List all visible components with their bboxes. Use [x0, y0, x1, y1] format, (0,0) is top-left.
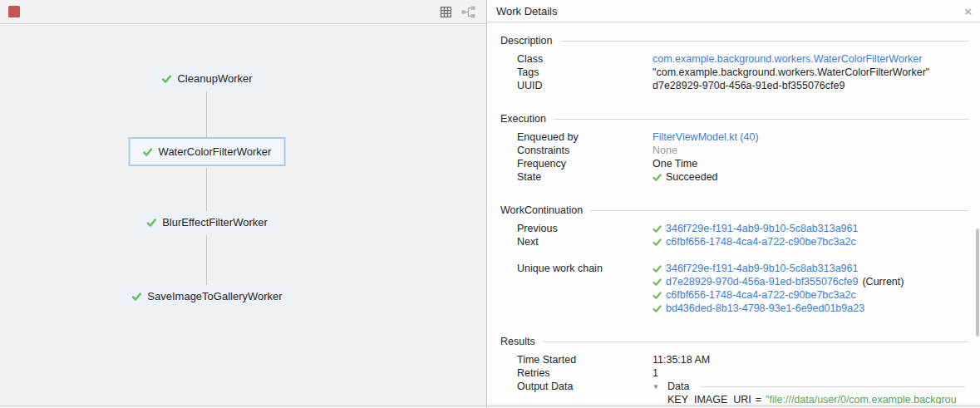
- next-work-link[interactable]: c6fbf656-1748-4ca4-a722-c90be7bc3a2c: [666, 236, 856, 248]
- success-check-icon: [146, 218, 156, 228]
- row-label: Unique work chain: [517, 263, 653, 274]
- graph-view-icon: [461, 6, 475, 18]
- view-toggle-group: [439, 5, 475, 18]
- row-state: State Succeeded: [517, 170, 980, 184]
- success-check-icon: [653, 291, 662, 300]
- chain-work-link[interactable]: 346f729e-f191-4ab9-9b10-5c8ab313a961: [666, 263, 858, 274]
- retries-value: 1: [653, 367, 658, 379]
- graph-toolbar: [0, 0, 486, 23]
- chain-suffix: (Current): [862, 276, 904, 288]
- row-uuid: UUID d7e28929-970d-456a-91ed-bf355076cfe…: [517, 79, 980, 92]
- row-label: Previous: [517, 223, 653, 234]
- row-previous: Previous 346f729e-f191-4ab9-9b10-5c8ab31…: [517, 222, 980, 235]
- row-label: UUID: [517, 80, 653, 91]
- heading-rule: [590, 210, 968, 211]
- panel-header: Work Details ×: [487, 0, 980, 22]
- row-label: State: [517, 171, 653, 183]
- chain-work-link[interactable]: c6fbf656-1748-4ca4-a722-c90be7bc3a2c: [666, 289, 856, 301]
- heading-rule: [560, 41, 968, 42]
- state-value: Succeeded: [666, 171, 718, 183]
- work-graph: CleanupWorker WaterColorFilterWorker Blu…: [0, 23, 486, 406]
- section-heading: Description: [500, 35, 553, 47]
- section-description: Description Class com.example.background…: [500, 34, 980, 92]
- section-heading: WorkContinuation: [500, 204, 583, 216]
- graph-edge: [206, 235, 207, 285]
- uuid-value: d7e28929-970d-456a-91ed-bf355076cfe9: [653, 80, 845, 91]
- table-view-button[interactable]: [439, 5, 453, 18]
- row-label: Class: [517, 53, 653, 65]
- heading-rule: [554, 119, 968, 120]
- section-heading: Results: [500, 336, 535, 347]
- section-results: Results Time Started 11:35:18 AM Retries…: [500, 335, 980, 404]
- row-frequency: Frequency One Time: [517, 157, 980, 170]
- row-chain-item: c6fbf656-1748-4ca4-a722-c90be7bc3a2c: [517, 288, 980, 302]
- row-label: Retries: [517, 367, 653, 379]
- heading-rule: [701, 386, 965, 387]
- row-class: Class com.example.background.workers.Wat…: [517, 52, 980, 66]
- row-output-data: Output Data ▼ Data: [517, 380, 980, 393]
- row-chain-item: d7e28929-970d-456a-91ed-bf355076cfe9 (Cu…: [517, 275, 980, 288]
- row-label: Next: [517, 236, 653, 248]
- work-details-panel: Work Details × Description Class com.exa…: [487, 0, 980, 404]
- graph-node-blureffectfilterworker[interactable]: BlurEffectFilterWorker: [135, 211, 278, 233]
- row-label: Time Started: [517, 354, 653, 366]
- row-time-started: Time Started 11:35:18 AM: [517, 353, 980, 366]
- output-key: KEY_IMAGE_URI: [667, 394, 751, 404]
- graph-node-watercolorfilterworker[interactable]: WaterColorFilterWorker: [129, 137, 286, 166]
- row-chain-item: Unique work chain 346f729e-f191-4ab9-9b1…: [517, 262, 980, 275]
- panel-title: Work Details: [496, 5, 557, 17]
- tags-value: "com.example.background.workers.WaterCol…: [653, 66, 929, 78]
- success-check-icon: [161, 74, 171, 84]
- success-check-icon: [653, 173, 662, 182]
- graph-view-button[interactable]: [461, 5, 475, 18]
- section-workcontinuation: WorkContinuation Previous 346f729e-f191-…: [500, 204, 980, 315]
- background-task-inspector: CleanupWorker WaterColorFilterWorker Blu…: [0, 0, 980, 408]
- table-grid-icon: [440, 6, 452, 18]
- collapse-arrow-icon[interactable]: ▼: [653, 383, 663, 391]
- success-check-icon: [653, 224, 662, 233]
- node-label: SaveImageToGalleryWorker: [147, 290, 282, 302]
- success-check-icon: [143, 147, 153, 157]
- previous-work-link[interactable]: 346f729e-f191-4ab9-9b10-5c8ab313a961: [666, 223, 858, 234]
- stop-inspector-button[interactable]: [8, 6, 20, 17]
- row-next: Next c6fbf656-1748-4ca4-a722-c90be7bc3a2…: [517, 235, 980, 248]
- node-label: CleanupWorker: [177, 72, 252, 85]
- row-label: Constraints: [517, 145, 653, 156]
- graph-edge: [206, 168, 207, 211]
- row-retries: Retries 1: [517, 366, 980, 380]
- heading-rule: [543, 342, 968, 342]
- close-icon[interactable]: ×: [964, 5, 972, 17]
- success-check-icon: [653, 304, 662, 313]
- row-chain-item: bd436ded-8b13-4798-93e1-6e9ed01b9a23: [517, 302, 980, 315]
- row-tags: Tags "com.example.background.workers.Wat…: [517, 66, 980, 79]
- time-started-value: 11:35:18 AM: [653, 354, 710, 366]
- work-graph-panel: CleanupWorker WaterColorFilterWorker Blu…: [0, 0, 486, 408]
- section-heading: Execution: [500, 113, 546, 125]
- node-label: WaterColorFilterWorker: [159, 145, 272, 158]
- panel-body: Description Class com.example.background…: [487, 22, 980, 404]
- class-link[interactable]: com.example.background.workers.WaterColo…: [653, 53, 922, 65]
- output-value: "file:///data/user/0/com.example.backgro…: [766, 394, 957, 404]
- success-check-icon: [131, 292, 141, 302]
- row-label: Tags: [517, 66, 653, 78]
- success-check-icon: [653, 238, 662, 247]
- output-equals: =: [756, 394, 761, 404]
- graph-node-saveimagetogalleryworker[interactable]: SaveImageToGalleryWorker: [121, 285, 293, 307]
- success-check-icon: [653, 278, 662, 287]
- chain-work-link[interactable]: bd436ded-8b13-4798-93e1-6e9ed01b9a23: [666, 302, 864, 314]
- row-label: Enqueued by: [517, 131, 653, 143]
- constraints-value: None: [653, 145, 677, 156]
- row-enqueued-by: Enqueued by FilterViewModel.kt (40): [517, 130, 980, 144]
- scrollbar-thumb[interactable]: [976, 229, 979, 337]
- data-heading: Data: [667, 381, 689, 392]
- row-output-entry: KEY_IMAGE_URI = "file:///data/user/0/com…: [517, 393, 980, 404]
- graph-edge: [206, 91, 207, 137]
- success-check-icon: [653, 264, 662, 273]
- enqueued-by-link[interactable]: FilterViewModel.kt (40): [653, 131, 759, 143]
- row-spacer: [517, 248, 980, 262]
- window-bottom-border: [0, 406, 980, 406]
- row-constraints: Constraints None: [517, 144, 980, 157]
- graph-node-cleanupworker[interactable]: CleanupWorker: [150, 67, 263, 90]
- chain-work-link[interactable]: d7e28929-970d-456a-91ed-bf355076cfe9: [666, 276, 858, 288]
- row-label: Frequency: [517, 158, 653, 170]
